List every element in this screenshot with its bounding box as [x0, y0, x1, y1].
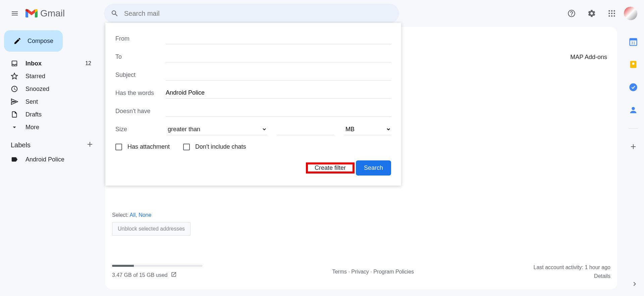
chevron-right-icon	[631, 280, 639, 288]
gmail-wordmark: Gmail	[40, 8, 65, 19]
calendar-icon: 31	[629, 37, 638, 46]
svg-point-15	[632, 107, 635, 110]
nav-inbox-label: Inbox	[25, 60, 78, 67]
doesnt-have-label: Doesn't have	[115, 108, 166, 115]
calendar-app[interactable]: 31	[629, 37, 638, 46]
size-unit-select[interactable]: MB	[344, 124, 391, 135]
add-label-button[interactable]	[86, 140, 94, 150]
terms-link[interactable]: Terms	[332, 269, 347, 275]
dont-include-chats-checkbox[interactable]: Don't include chats	[183, 143, 246, 150]
to-label: To	[115, 53, 166, 60]
rail-divider	[629, 128, 638, 129]
from-label: From	[115, 35, 166, 42]
storage-bar	[112, 265, 203, 267]
select-line: Select: All, None	[112, 212, 191, 218]
account-avatar[interactable]	[624, 7, 637, 20]
has-words-input[interactable]	[166, 87, 391, 99]
compose-button[interactable]: Compose	[4, 30, 63, 52]
to-input[interactable]	[166, 51, 391, 62]
get-addons-button[interactable]	[629, 142, 638, 151]
from-input[interactable]	[166, 33, 391, 44]
svg-text:31: 31	[631, 41, 636, 45]
subject-label: Subject	[115, 71, 166, 79]
keep-app[interactable]	[629, 60, 638, 69]
gear-icon	[587, 9, 596, 18]
nav-snoozed[interactable]: Snoozed	[0, 83, 101, 95]
has-attachment-checkbox[interactable]: Has attachment	[115, 143, 170, 150]
nav-more[interactable]: More	[0, 121, 101, 134]
star-icon	[11, 72, 18, 80]
footer: 3.47 GB of 15 GB used Terms · Privacy · …	[112, 264, 610, 279]
size-operator-select[interactable]: greater than	[166, 124, 267, 135]
search-box[interactable]	[104, 4, 399, 23]
search-input[interactable]	[124, 10, 392, 17]
settings-tabs-peek[interactable]: MAP Add-ons	[570, 54, 607, 61]
create-filter-button[interactable]: Create filter	[308, 160, 353, 175]
label-name: Android Police	[25, 156, 95, 163]
hide-side-panel[interactable]	[631, 280, 639, 289]
pencil-icon	[13, 37, 21, 45]
settings-button[interactable]	[584, 5, 600, 21]
gmail-logo[interactable]: Gmail	[25, 8, 65, 19]
subject-input[interactable]	[166, 69, 391, 81]
annotation-highlight: Create filter	[306, 162, 355, 174]
external-icon	[171, 272, 177, 278]
svg-point-5	[613, 13, 615, 14]
doesnt-have-input[interactable]	[166, 105, 391, 117]
nav-snoozed-label: Snoozed	[25, 86, 95, 93]
svg-point-2	[613, 10, 615, 11]
svg-point-4	[611, 13, 612, 14]
nav-drafts[interactable]: Drafts	[0, 108, 101, 121]
sidebar: Compose Inbox 12 Starred Snoozed Sent Dr…	[0, 27, 101, 169]
size-value-input[interactable]	[277, 124, 334, 135]
size-label: Size	[115, 126, 156, 133]
apps-button[interactable]	[604, 5, 620, 21]
details-link[interactable]: Details	[534, 273, 610, 279]
nav-starred[interactable]: Starred	[0, 70, 101, 83]
contacts-app[interactable]	[629, 105, 638, 115]
nav-sent[interactable]: Sent	[0, 95, 101, 108]
support-button[interactable]	[564, 5, 580, 21]
clock-icon	[11, 85, 18, 93]
search-icon	[111, 9, 119, 17]
search-button[interactable]: Search	[356, 160, 391, 176]
checkbox-icon	[183, 144, 190, 150]
plus-icon	[86, 140, 94, 148]
unblock-button[interactable]: Unblock selected addresses	[112, 222, 191, 236]
blocked-addresses: Select: All, None Unblock selected addre…	[112, 212, 191, 236]
label-item-android-police[interactable]: Android Police	[0, 153, 101, 166]
select-none-link[interactable]: None	[139, 212, 151, 218]
privacy-link[interactable]: Privacy	[351, 269, 369, 275]
tasks-app[interactable]	[629, 83, 638, 92]
svg-point-6	[608, 15, 610, 16]
nav-more-label: More	[25, 124, 95, 131]
svg-point-13	[632, 62, 635, 65]
svg-point-3	[608, 13, 610, 14]
labels-title: Labels	[11, 141, 31, 149]
no-chats-label: Don't include chats	[195, 143, 246, 150]
inbox-icon	[11, 60, 18, 67]
storage-text: 3.47 GB of 15 GB used	[112, 272, 167, 278]
svg-point-7	[611, 15, 612, 16]
gmail-m-icon	[25, 9, 38, 18]
nav-drafts-label: Drafts	[25, 111, 95, 118]
has-attachment-label: Has attachment	[127, 143, 170, 150]
open-external-link[interactable]	[171, 272, 177, 279]
has-words-label: Has the words	[115, 90, 166, 97]
plus-icon	[629, 143, 637, 151]
search-container	[104, 4, 399, 23]
header-left: Gmail	[7, 5, 104, 21]
select-all-link[interactable]: All	[129, 212, 136, 218]
footer-activity: Last account activity: 1 hour ago Detail…	[534, 264, 610, 279]
search-filter-panel: From To Subject Has the words Doesn't ha…	[105, 23, 401, 186]
nav-inbox-count: 12	[85, 60, 95, 66]
svg-point-1	[611, 10, 612, 11]
activity-text: Last account activity: 1 hour ago	[534, 264, 610, 270]
hamburger-icon	[11, 9, 19, 17]
main-menu-button[interactable]	[7, 5, 23, 21]
nav-starred-label: Starred	[25, 73, 95, 80]
keep-icon	[629, 60, 638, 69]
nav-inbox[interactable]: Inbox 12	[0, 57, 101, 70]
help-icon	[567, 9, 576, 18]
policies-link[interactable]: Program Policies	[373, 269, 414, 275]
